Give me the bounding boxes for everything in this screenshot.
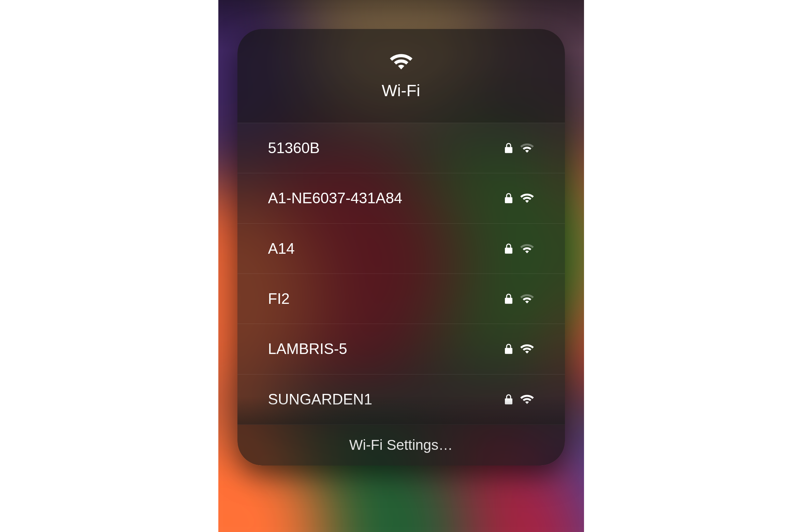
- network-row[interactable]: LAMBRIS-5: [237, 324, 565, 374]
- network-name: FI2: [268, 290, 290, 307]
- wifi-panel: Wi-Fi 51360B A1-NE6037-431A84: [237, 29, 565, 466]
- network-row[interactable]: 51360B: [237, 123, 565, 173]
- wifi-settings-label: Wi-Fi Settings…: [349, 437, 453, 453]
- panel-title: Wi-Fi: [382, 81, 420, 100]
- wifi-signal-icon: [520, 243, 534, 254]
- lock-icon: [505, 344, 512, 354]
- lock-icon: [505, 394, 512, 404]
- wifi-settings-button[interactable]: Wi-Fi Settings…: [237, 424, 565, 466]
- network-row[interactable]: FI2: [237, 274, 565, 324]
- lock-icon: [505, 143, 512, 153]
- wifi-signal-icon: [520, 394, 534, 405]
- wifi-signal-icon: [520, 193, 534, 204]
- network-name: A14: [268, 240, 295, 257]
- lock-icon: [505, 243, 512, 254]
- network-list: 51360B A1-NE6037-431A84 A14: [237, 123, 565, 424]
- network-row[interactable]: A1-NE6037-431A84: [237, 173, 565, 223]
- wifi-signal-icon: [520, 143, 534, 153]
- network-name: 51360B: [268, 139, 320, 157]
- network-row[interactable]: SUNGARDEN1: [237, 374, 565, 424]
- network-name: LAMBRIS-5: [268, 340, 347, 357]
- wifi-icon: [389, 52, 413, 71]
- wifi-signal-icon: [520, 293, 534, 304]
- lock-icon: [505, 294, 512, 304]
- lock-icon: [505, 193, 512, 203]
- wifi-panel-header: Wi-Fi: [237, 29, 565, 123]
- wifi-signal-icon: [520, 343, 534, 354]
- network-row[interactable]: A14: [237, 224, 565, 274]
- network-name: A1-NE6037-431A84: [268, 190, 403, 207]
- network-name: SUNGARDEN1: [268, 391, 373, 408]
